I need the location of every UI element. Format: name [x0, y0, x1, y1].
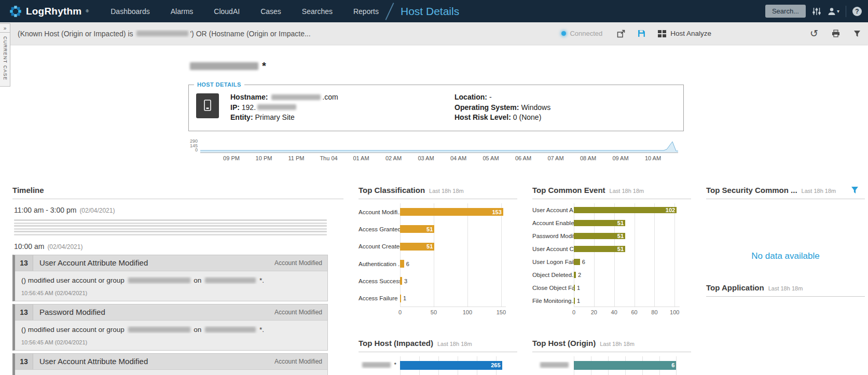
filter-query-text[interactable]: (Known Host (Origin or Impacted) is ') O…	[18, 30, 561, 38]
user-menu[interactable]: ▾	[828, 7, 839, 16]
mini-chart-xtick: 04 AM	[450, 155, 466, 161]
bar-row: Account Enabled51	[532, 216, 691, 229]
mini-chart-xtick: 08 AM	[580, 155, 596, 161]
bar[interactable]: 153	[400, 208, 503, 216]
redacted-account-name	[128, 277, 190, 283]
nav-item-reports[interactable]: Reports	[353, 7, 379, 16]
event-count-badge: 13	[15, 304, 33, 320]
bar-track: 51	[400, 243, 506, 251]
nav-item-searches[interactable]: Searches	[302, 7, 333, 16]
bar-track: 6	[574, 361, 680, 370]
dashboard-columns: Timeline 11:00 am - 3:00 pm(02/04/2021) …	[12, 185, 865, 375]
bar[interactable]	[574, 272, 576, 278]
location-label: Location:	[454, 93, 487, 101]
chart-header: Top Common Event Last 18h 18m	[532, 185, 691, 199]
bar[interactable]: 265	[400, 361, 502, 370]
chart-subtitle: Last 18h 18m	[802, 188, 836, 194]
bar-track: 3	[400, 277, 506, 285]
nav-item-dashboards[interactable]: Dashboards	[111, 7, 150, 16]
print-icon[interactable]	[832, 30, 840, 37]
redacted-target-name	[205, 327, 256, 332]
open-in-new-window-icon[interactable]	[617, 30, 625, 38]
nav-item-alarms[interactable]: Alarms	[171, 7, 194, 16]
x-axis: 020406080100	[574, 309, 680, 317]
bar-row: Access Success3	[359, 272, 517, 289]
ip-label: IP:	[230, 103, 240, 112]
bar[interactable]: 51	[574, 220, 625, 226]
bar-track: 2	[574, 272, 680, 278]
bar-category-label: File Monitoring...	[532, 298, 574, 304]
mini-chart-xtick: 02 AM	[385, 155, 402, 161]
bar-category-label: Authentication ...	[359, 261, 400, 267]
save-search-icon[interactable]	[638, 30, 645, 37]
bar[interactable]: 51	[574, 246, 625, 252]
bar[interactable]	[574, 259, 580, 265]
mini-chart-xtick: 07 AM	[547, 155, 563, 161]
bar[interactable]	[574, 298, 575, 304]
host-analyze-icon	[658, 30, 666, 37]
bar[interactable]	[574, 285, 575, 291]
chart-top-common-event: Top Common Event Last 18h 18m User Accou…	[532, 185, 691, 317]
bar-value-label: 51	[617, 220, 624, 226]
bar[interactable]: 51	[400, 243, 434, 251]
nav-divider	[846, 6, 846, 17]
search-filter-bar: (Known Host (Origin or Impacted) is ') O…	[0, 22, 868, 45]
bar[interactable]	[400, 295, 401, 302]
bar-row: 6	[532, 358, 691, 372]
timeline-range-1: 11:00 am - 3:00 pm(02/04/2021)	[14, 206, 343, 214]
bar-chart-plot: User Account A...102Account Enabled51Pas…	[532, 203, 691, 307]
event-title: User Account Attribute Modified	[39, 357, 274, 366]
event-classification: Account Modified	[274, 358, 322, 365]
bar-category-label: Password Modif...	[532, 233, 574, 239]
no-data-message: No data available	[706, 251, 865, 261]
redacted-host-value	[136, 31, 188, 36]
mini-chart-xtick: 09 AM	[612, 155, 628, 161]
logo-text: LogRhythm	[26, 6, 81, 17]
bar[interactable]: 51	[400, 225, 434, 233]
settings-sliders-icon[interactable]	[812, 7, 821, 16]
axis-tick-label: 150	[497, 309, 506, 315]
bar-rows: User Account A...102Account Enabled51Pas…	[532, 203, 691, 307]
event-card-header: 13Password ModifiedAccount Modified	[15, 304, 327, 321]
expand-chevron-icon[interactable]: »	[0, 24, 10, 33]
bar-value-label: 1	[577, 285, 580, 291]
chart-top-classification: Top Classification Last 18h 18m Account …	[359, 185, 517, 317]
bar[interactable]	[400, 260, 404, 268]
bar-track: 51	[400, 225, 506, 233]
widget-filter-funnel-icon[interactable]	[851, 186, 859, 194]
redacted-ip	[257, 104, 296, 110]
page-title: Host Details	[401, 5, 459, 18]
bar-row: User Logon Fail...6	[532, 255, 691, 268]
bar[interactable]: 6	[574, 361, 676, 370]
event-card-header: 13User Account Attribute ModifiedAccount…	[15, 354, 327, 370]
timeline-event-card[interactable]: 13User Account Attribute ModifiedAccount…	[12, 255, 328, 301]
connected-dot-icon	[561, 31, 566, 36]
nav-item-cases[interactable]: Cases	[260, 7, 281, 16]
current-case-panel-tab[interactable]: » CURRENT CASE	[0, 23, 10, 87]
host-page-heading: *	[188, 60, 266, 72]
bar-value-label: 1	[403, 295, 406, 301]
mini-chart-xtick: 03 AM	[418, 155, 434, 161]
bar[interactable]	[400, 277, 402, 285]
bar[interactable]: 102	[574, 207, 677, 213]
undo-icon[interactable]: ↺	[810, 30, 818, 38]
range-date: (02/04/2021)	[79, 207, 115, 214]
timeline-event-card[interactable]: 13Password ModifiedAccount Modified() mo…	[12, 304, 328, 351]
entity-field: Entity: Primary Site	[230, 113, 338, 123]
bar-category-label: User Account A...	[532, 207, 574, 213]
bar-value-label: 265	[491, 362, 500, 368]
mini-chart-plot[interactable]	[200, 140, 678, 153]
search-button[interactable]: Search...	[765, 5, 806, 18]
host-analyze-button[interactable]: Host Analyze	[658, 30, 711, 37]
chart-top-host-impacted: Top Host (Impacted) Last 18h 18m *265	[359, 338, 517, 375]
help-icon[interactable]: ?	[852, 7, 862, 16]
logrhythm-logo[interactable]: LogRhythm®	[9, 5, 89, 18]
bar[interactable]: 51	[574, 233, 625, 239]
chart-subtitle: Last 18h 18m	[600, 341, 635, 347]
timeline-event-card[interactable]: 13User Account Attribute ModifiedAccount…	[12, 353, 328, 375]
location-value: -	[489, 93, 492, 101]
nav-item-cloudai[interactable]: CloudAI	[214, 7, 240, 16]
filter-funnel-icon[interactable]	[853, 30, 861, 37]
redacted-host-name	[190, 62, 258, 70]
risk-value: 0 (None)	[513, 113, 541, 121]
